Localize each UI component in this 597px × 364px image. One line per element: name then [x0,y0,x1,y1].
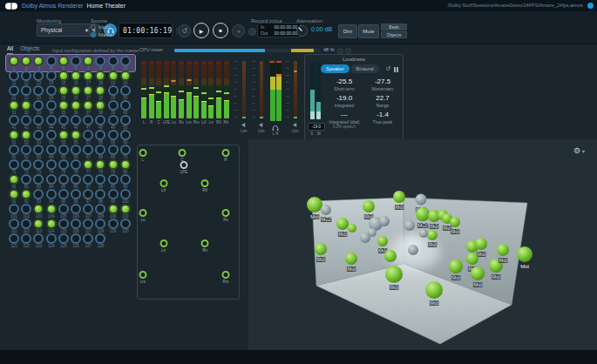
inactive-object-sphere [416,194,427,206]
account-icon[interactable] [587,3,594,9]
loudness-mode-speaker[interactable]: Speaker [321,64,349,73]
channel-indicator: 59 [107,130,119,145]
cpu-indicator-icon[interactable] [345,48,351,54]
session-path: /Dolby Stuff/Sessions/AmazeDemo/24FPS/Am… [448,3,584,8]
channel-indicator: 11 [8,71,20,85]
speaker-r: R [221,149,229,162]
channel-indicator: 102 [20,204,32,219]
object-label: Mid [451,229,459,234]
play-button[interactable]: ▶ [193,23,209,38]
inactive-object-sphere [404,220,415,231]
channel-indicator: 40 [119,100,132,115]
channel-indicator: 48 [94,115,106,130]
object-label: Mid [428,242,437,247]
channel-indicator: 41 [8,115,20,130]
cpu-meter-fill [174,49,265,52]
record-inout-box[interactable]: In 00:00:00:00 Out 00:00:00:00 [257,23,301,37]
title-bar: Dolby Atmos Renderer Home Theater /Dolby… [0,0,597,11]
channel-indicator: 39 [107,100,119,115]
channel-indicator: 35 [58,100,70,115]
channel-indicator: 20 [119,71,132,85]
channel-indicator: 75 [58,159,70,174]
channel-indicator: 55 [58,130,70,145]
channel-indicator: 32 [20,100,32,115]
output-meter-rrs: Rrs [193,61,199,125]
limiter-label: Lim [241,129,247,133]
channel-indicator: 46 [70,115,82,130]
monitoring-value: Physical [41,27,62,33]
channel-indicator: 33 [32,100,44,115]
output-meter-bank: LRCLFELsRsLrsRrsLtfLtrRtfRtr [141,61,229,125]
beds-button[interactable]: Beds [381,24,407,30]
momentary-meter-label: M [317,131,321,136]
attenuation-value: 0.00 dB [311,26,332,32]
record-inout-led[interactable] [248,28,256,36]
window-mode-title: Home Theater [86,3,126,9]
channel-indicator: 7 [82,56,94,71]
source-input-radio[interactable]: Input [91,24,110,30]
objects-button[interactable]: Objects [381,31,407,38]
channel-indicator: 123 [32,233,44,248]
meter-strip: LRCLFELsRsLrsRrsLtfLtrRtfRtr Lim Lim [139,59,303,139]
channel-indicator: 54 [45,130,58,145]
channel-indicator: 118 [94,219,106,233]
channel-indicator: 78 [94,159,106,174]
reset-loudness-icon[interactable]: ↺ [385,65,390,72]
record-icon: ● [236,28,240,34]
beds-label: Beds [389,24,398,30]
stop-button[interactable]: ■ [213,23,228,38]
channel-indicator: 110 [119,204,132,219]
channel-indicator: 56 [70,130,82,145]
channel-indicator: 17 [82,71,94,85]
channel-indicator: 51 [8,130,20,145]
input-channel-panel: 1234567891011121314151617181920212223242… [8,56,132,248]
mute-button[interactable]: Mute [358,24,379,38]
channel-indicator: 116 [70,219,82,233]
speaker-ltr: Ltr [159,239,167,253]
limiter-meter: Lim [238,61,250,133]
channel-indicator: 47 [82,115,94,130]
channel-indicator: 30 [119,85,132,100]
pause-loudness-icon[interactable] [394,67,399,72]
channel-indicator: 112 [20,219,32,233]
channel-indicator: 10 [119,56,132,71]
attenuation-knob[interactable] [295,24,309,41]
audio-object-sphere [377,236,388,246]
channel-indicator: 38 [94,100,106,115]
dim-button[interactable]: Dim [338,24,357,38]
channel-grid: 1234567891011121314151617181920212223242… [8,56,132,248]
loudness-stat: -19.0Integrated [326,94,363,108]
return-to-start-button[interactable]: ↺ [178,24,191,37]
record-button[interactable]: ● [232,24,245,37]
speaker-lrs: Lrs [139,271,146,284]
audio-object-sphere [425,281,443,299]
channel-indicator: 115 [58,219,70,233]
output-meter-rtf: Rtf [216,61,221,125]
channel-indicator: 96 [70,189,82,204]
channel-indicator: 83 [32,174,44,189]
objects-label: Objects [387,32,402,37]
input-config-note: Input configuration defined by the maste… [52,48,139,53]
channel-indicator: 94 [45,189,58,204]
object-label: Mu2 [417,223,428,228]
cpu-indicator-icon[interactable] [337,48,343,54]
monitoring-select[interactable]: Physical ▾ [37,24,92,37]
speaker-ls: Ls [139,209,146,222]
loudness-stats: -25.5Short term-27.5Momentary-19.0Integr… [326,78,401,129]
mute-label: Mute [363,29,374,34]
app-title: Dolby Atmos Renderer [22,3,83,9]
audio-object-sphere [475,238,487,250]
object-label: Mu2 [321,217,331,222]
audio-object-sphere [449,260,463,273]
channel-indicator: 5 [58,56,70,71]
loudness-stat: 22.7Range [364,94,401,108]
source-master-radio[interactable]: Master [91,32,114,37]
channel-indicator: 103 [32,204,44,219]
loudness-mode-binaural[interactable]: Binaural [351,64,379,73]
beds-objects-toggle: Beds Objects [381,24,407,38]
view-settings-button[interactable]: ⚙ ▾ [573,146,585,155]
channel-indicator: 63 [32,145,44,159]
footer-bar [0,350,597,364]
control-bar: Monitoring Physical ▾ Source Input Maste… [0,11,597,44]
object-label: Mid [395,205,404,210]
